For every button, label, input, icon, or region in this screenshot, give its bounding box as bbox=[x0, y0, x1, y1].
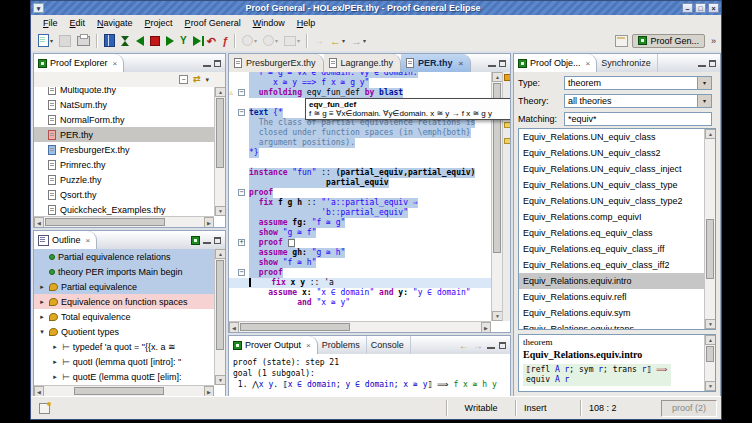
proof-explorer-horizontal-scrollbar[interactable]: ◀ ▶ bbox=[34, 216, 214, 227]
file-item[interactable]: Primrec.thy bbox=[34, 157, 214, 172]
minimize-view-button[interactable] bbox=[698, 60, 706, 67]
close-icon[interactable]: × bbox=[459, 59, 464, 68]
file-item[interactable]: Quickcheck_Examples.thy bbox=[34, 202, 214, 216]
editor-line[interactable]: closed under function spaces (in \emph{b… bbox=[229, 128, 491, 138]
close-icon[interactable]: × bbox=[586, 59, 591, 68]
tab-outline[interactable]: Outline × bbox=[34, 231, 97, 249]
theory-combo[interactable]: all theories ▾ bbox=[564, 94, 712, 108]
tab-synchronize[interactable]: Synchronize bbox=[597, 54, 658, 72]
outline-item[interactable]: ▸Equivalence on function spaces bbox=[34, 294, 214, 309]
open-definition-button[interactable] bbox=[102, 33, 117, 48]
maximize-view-button[interactable] bbox=[214, 237, 221, 244]
editor-line[interactable]: assume x: "x ∈ domain" and y: "y ∈ domai… bbox=[229, 288, 491, 298]
open-perspective-icon[interactable] bbox=[615, 35, 628, 47]
window-menu-icon[interactable]: ▾ bbox=[33, 3, 44, 13]
menu-proof-general[interactable]: Proof General bbox=[179, 17, 247, 29]
tab-prover-output[interactable]: Prover Output × bbox=[229, 336, 318, 354]
editor-tab-presburgerex-thy[interactable]: PresburgerEx.thy bbox=[229, 54, 324, 72]
skip-to-end-button[interactable] bbox=[191, 35, 203, 47]
scroll-left-icon[interactable]: ◀ bbox=[229, 322, 239, 332]
outline-item[interactable]: ▸Partial equivalence bbox=[34, 279, 214, 294]
goto-button[interactable]: Y bbox=[178, 35, 189, 47]
expand-arrow-icon[interactable]: ▸ bbox=[38, 283, 46, 291]
editor-line[interactable]: ⚠− unfolding eqv_fun_def by blast bbox=[229, 88, 491, 98]
menu-window[interactable]: Window bbox=[247, 17, 291, 29]
editor-line[interactable]: − proof bbox=[229, 268, 491, 278]
maximize-view-button[interactable] bbox=[214, 60, 221, 67]
tab-problems[interactable]: Problems bbox=[318, 336, 367, 354]
outline-item[interactable]: ▸⊢quotE (lemma quotE [elim]: bbox=[34, 369, 214, 384]
editor-line[interactable]: + proof bbox=[229, 238, 491, 248]
maximize-view-button[interactable] bbox=[499, 60, 506, 67]
editor-line[interactable]: assume gh: "g ≅ h" bbox=[229, 248, 491, 258]
tab-console[interactable]: Console bbox=[367, 336, 411, 354]
theorem-item[interactable]: Equiv_Relations.equiv.intro bbox=[519, 273, 704, 289]
collapse-all-icon[interactable]: − bbox=[179, 75, 188, 84]
theorem-item[interactable]: Equiv_Relations.UN_equiv_class_type bbox=[519, 177, 704, 193]
outline-vertical-scrollbar[interactable]: ▲ ▼ bbox=[214, 249, 225, 385]
minimize-view-button[interactable] bbox=[488, 60, 496, 67]
new-wizard-button[interactable]: ▾ bbox=[36, 33, 55, 48]
editor-line[interactable]: *} bbox=[229, 148, 491, 158]
scrollbar-thumb[interactable] bbox=[45, 218, 165, 226]
maximize-window-button[interactable]: □ bbox=[695, 3, 706, 13]
scrollbar-thumb[interactable] bbox=[74, 387, 164, 395]
type-combo[interactable]: theorem ▾ bbox=[564, 76, 712, 90]
close-icon[interactable]: × bbox=[86, 236, 91, 245]
scroll-up-icon[interactable]: ▲ bbox=[215, 87, 226, 97]
scrollbar-thumb[interactable] bbox=[216, 260, 224, 350]
link-with-editor-icon[interactable]: ⇄ bbox=[193, 75, 201, 84]
perspective-overflow-chevron[interactable]: » bbox=[711, 36, 716, 46]
next-step-button[interactable] bbox=[164, 35, 176, 47]
scrollbar-thumb[interactable] bbox=[216, 98, 224, 168]
fast-view-icon[interactable] bbox=[39, 403, 50, 414]
proof-explorer-vertical-scrollbar[interactable]: ▲ ▼ bbox=[214, 87, 225, 216]
outline-horizontal-scrollbar[interactable]: ◀ ▶ bbox=[34, 385, 214, 396]
scroll-up-icon[interactable]: ▲ bbox=[705, 335, 716, 345]
print-button[interactable] bbox=[75, 35, 92, 47]
fold-collapse-icon[interactable]: − bbox=[238, 109, 245, 116]
close-icon[interactable]: × bbox=[113, 59, 118, 68]
editor-horizontal-scrollbar[interactable]: ◀ ▶ bbox=[229, 321, 491, 332]
scroll-down-icon[interactable]: ▼ bbox=[215, 206, 226, 216]
file-item[interactable]: PresburgerEx.thy bbox=[34, 142, 214, 157]
editor-tab-lagrange-thy[interactable]: Lagrange.thy bbox=[324, 54, 402, 72]
theorem-item[interactable]: Equiv_Relations.equiv.trans bbox=[519, 321, 704, 329]
scroll-left-icon[interactable]: ◀ bbox=[34, 217, 44, 228]
scrollbar-thumb[interactable] bbox=[240, 323, 350, 331]
editor-line[interactable]: −proof bbox=[229, 188, 491, 198]
editor-line[interactable]: instance "fun" :: (partial_equiv,partial… bbox=[229, 168, 491, 178]
menu-navigate[interactable]: Navigate bbox=[91, 17, 139, 29]
forward-icon[interactable]: → bbox=[473, 340, 483, 351]
scroll-down-icon[interactable]: ▼ bbox=[215, 375, 226, 385]
theorem-item[interactable]: Equiv_Relations.UN_equiv_class bbox=[519, 129, 704, 145]
theorem-item[interactable]: Equiv_Relations.eq_equiv_class_iff2 bbox=[519, 257, 704, 273]
theorem-item[interactable]: Equiv_Relations.comp_equivI bbox=[519, 209, 704, 225]
file-item[interactable]: PER.thy bbox=[34, 127, 214, 142]
editor-line[interactable]: show "f ≅ h" bbox=[229, 258, 491, 268]
scroll-up-icon[interactable]: ▲ bbox=[215, 249, 226, 259]
occurrence-mark[interactable] bbox=[504, 138, 510, 144]
editor-line[interactable]: fix f g h :: "'a::partial_equiv ⇒ bbox=[229, 198, 491, 208]
editor-line[interactable]: fix x y :: 'a bbox=[229, 278, 491, 288]
minimize-window-button[interactable]: – bbox=[682, 3, 693, 13]
theorem-item[interactable]: Equiv_Relations.UN_equiv_class2 bbox=[519, 145, 704, 161]
expand-arrow-icon[interactable]: ▸ bbox=[51, 343, 59, 351]
file-item[interactable]: Qsort.thy bbox=[34, 187, 214, 202]
expand-arrow-icon[interactable]: ▸ bbox=[38, 298, 46, 306]
scroll-right-icon[interactable]: ▶ bbox=[481, 322, 491, 332]
chevron-down-icon[interactable]: ▾ bbox=[697, 77, 711, 89]
editor-line[interactable]: assume fg: "f ≅ g" bbox=[229, 218, 491, 228]
forward-history-button[interactable]: →▾ bbox=[349, 35, 368, 47]
file-item[interactable]: NormalForm.thy bbox=[34, 112, 214, 127]
view-menu-icon[interactable]: ▾ bbox=[205, 76, 209, 84]
chevron-down-icon[interactable]: ▾ bbox=[697, 95, 711, 107]
back-icon[interactable]: ← bbox=[459, 340, 469, 351]
maximize-view-button[interactable] bbox=[499, 342, 506, 349]
outline-item[interactable]: Partial equivalence relations bbox=[34, 249, 214, 264]
theorem-item[interactable]: Equiv_Relations.equiv.refl bbox=[519, 289, 704, 305]
scrollbar-thumb[interactable] bbox=[706, 346, 714, 362]
editor-line[interactable]: and "x ≅ y" bbox=[229, 298, 491, 308]
menu-help[interactable]: Help bbox=[291, 17, 322, 29]
outline-item[interactable]: ▸⊢typedef 'a quot = "{{x. a ≅ bbox=[34, 339, 214, 354]
